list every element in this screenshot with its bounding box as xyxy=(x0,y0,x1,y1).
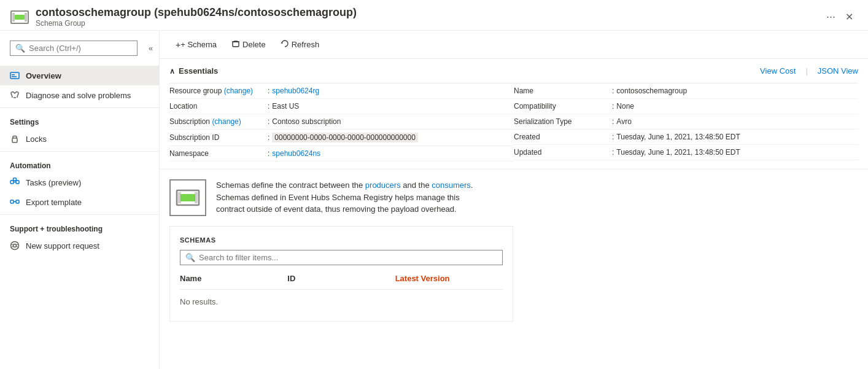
schemas-title: SCHEMAS xyxy=(180,236,503,244)
compatibility-value: None xyxy=(616,102,634,111)
collapse-sidebar-button[interactable]: « xyxy=(146,42,155,54)
essentials-row-location: Location : East US xyxy=(169,99,514,114)
svg-rect-5 xyxy=(12,74,15,76)
schema-button[interactable]: + + Schema xyxy=(169,36,223,53)
sidebar-item-tasks[interactable]: Tasks (preview) xyxy=(0,173,159,192)
delete-icon xyxy=(231,39,240,50)
schema-registry-icon xyxy=(169,179,206,216)
tasks-icon xyxy=(10,177,20,187)
svg-rect-4 xyxy=(10,72,19,79)
search-input[interactable] xyxy=(29,44,132,53)
svg-rect-30 xyxy=(195,192,198,203)
name-value: contososchemagroup xyxy=(616,87,687,95)
schemas-search-input[interactable] xyxy=(199,253,497,262)
sidebar-item-diagnose-label: Diagnose and solve problems xyxy=(26,91,131,100)
svg-rect-2 xyxy=(12,13,15,21)
created-value: Tuesday, June 1, 2021, 13:48:50 EDT xyxy=(616,133,740,141)
sidebar-item-export[interactable]: Export template xyxy=(0,192,159,212)
header-title-group: contososchemagroup (spehub0624ns/contoso… xyxy=(36,6,815,28)
page-subtitle: Schema Group xyxy=(36,19,815,28)
svg-rect-3 xyxy=(25,13,27,21)
sidebar-item-support[interactable]: New support request xyxy=(0,236,159,255)
svg-point-16 xyxy=(11,242,19,250)
essentials-title: ∧ Essentials xyxy=(169,66,218,76)
svg-line-19 xyxy=(17,244,19,245)
support-icon xyxy=(10,241,20,251)
essentials-row-name: Name : contososchemagroup xyxy=(514,84,858,99)
essentials-row-compatibility: Compatibility : None xyxy=(514,99,858,114)
svg-rect-14 xyxy=(16,200,19,203)
essentials-row-created: Created : Tuesday, June 1, 2021, 13:48:5… xyxy=(514,130,858,145)
sidebar: 🔍 « Overview Diagnose and solve problems xyxy=(0,31,160,369)
json-view-link[interactable]: JSON View xyxy=(818,66,858,76)
support-section-label: Support + troubleshooting xyxy=(0,217,159,236)
sidebar-item-overview-label: Overview xyxy=(26,71,61,80)
toolbar: + + Schema Delete Refresh xyxy=(160,31,868,59)
subscription-value: Contoso subscription xyxy=(272,117,341,126)
sidebar-item-locks[interactable]: Locks xyxy=(0,129,159,149)
lock-icon xyxy=(10,134,20,144)
page-header: contososchemagroup (spehub0624ns/contoso… xyxy=(0,0,868,31)
main-content: + + Schema Delete Refresh xyxy=(160,31,868,369)
resource-group-value[interactable]: spehub0624rg xyxy=(272,87,319,95)
table-header: Name ID Latest Version xyxy=(180,271,503,290)
sidebar-item-overview[interactable]: Overview xyxy=(0,66,159,85)
essentials-row-subscription: Subscription (change) : Contoso subscrip… xyxy=(169,114,514,130)
description-text: Schemas define the contract between the … xyxy=(216,179,473,216)
refresh-label: Refresh xyxy=(292,40,320,49)
essentials-row-serialization: Serialization Type : Avro xyxy=(514,114,858,130)
delete-label: Delete xyxy=(242,40,266,49)
search-icon: 🔍 xyxy=(15,44,25,53)
schemas-section: SCHEMAS 🔍 Name ID Latest Version No resu… xyxy=(169,226,513,322)
serialization-value: Avro xyxy=(616,117,631,126)
svg-rect-8 xyxy=(12,138,17,142)
no-results-message: No results. xyxy=(180,292,503,311)
svg-rect-29 xyxy=(178,192,181,203)
svg-rect-22 xyxy=(233,42,239,47)
essentials-row-updated: Updated : Tuesday, June 1, 2021, 13:48:5… xyxy=(514,145,858,160)
view-cost-link[interactable]: View Cost xyxy=(760,66,796,76)
delete-button[interactable]: Delete xyxy=(225,36,272,53)
essentials-row-namespace: Namespace : spehub0624ns xyxy=(169,146,514,161)
sidebar-item-tasks-label: Tasks (preview) xyxy=(26,178,81,187)
essentials-left-col: Resource group (change) : spehub0624rg L… xyxy=(169,84,514,161)
chevron-up-icon[interactable]: ∧ xyxy=(169,67,175,76)
essentials-right-col: Name : contososchemagroup Compatibility … xyxy=(514,84,858,161)
location-value: East US xyxy=(272,102,299,111)
updated-value: Tuesday, June 1, 2021, 13:48:50 EDT xyxy=(616,148,740,157)
svg-rect-6 xyxy=(12,76,17,77)
diagnose-icon xyxy=(10,90,20,100)
subscription-id-value: 00000000-0000-0000-0000-000000000000 xyxy=(272,133,418,142)
svg-rect-12 xyxy=(14,178,17,181)
col-header-id: ID xyxy=(287,271,395,285)
description-section: Schemas define the contract between the … xyxy=(160,169,868,226)
more-options-button[interactable]: ··· xyxy=(821,8,840,26)
sidebar-item-locks-label: Locks xyxy=(26,134,47,144)
essentials-section: ∧ Essentials View Cost | JSON View Resou… xyxy=(160,59,868,169)
automation-section-label: Automation xyxy=(0,154,159,173)
sidebar-item-diagnose[interactable]: Diagnose and solve problems xyxy=(0,85,159,105)
settings-section-label: Settings xyxy=(0,111,159,129)
schemas-search-icon: 🔍 xyxy=(185,253,195,262)
refresh-icon xyxy=(281,39,289,50)
overview-icon xyxy=(10,71,20,80)
svg-line-18 xyxy=(11,244,14,245)
svg-rect-9 xyxy=(10,181,14,184)
refresh-button[interactable]: Refresh xyxy=(274,36,326,53)
svg-rect-1 xyxy=(15,15,25,20)
export-icon xyxy=(10,197,20,207)
schema-group-icon xyxy=(10,7,29,27)
svg-rect-10 xyxy=(16,181,19,184)
sidebar-item-support-label: New support request xyxy=(26,241,99,251)
col-header-name: Name xyxy=(180,271,287,285)
resource-group-change-link[interactable]: (change) xyxy=(224,87,253,95)
subscription-change-link[interactable]: (change) xyxy=(212,117,241,126)
essentials-row-subscription-id: Subscription ID : 00000000-0000-0000-000… xyxy=(169,130,514,146)
svg-rect-28 xyxy=(180,194,195,201)
col-header-latest-version: Latest Version xyxy=(395,271,503,285)
close-button[interactable]: ✕ xyxy=(840,9,858,25)
sidebar-item-export-label: Export template xyxy=(26,198,82,207)
add-icon: + xyxy=(176,40,180,50)
svg-point-17 xyxy=(14,244,17,247)
namespace-value[interactable]: spehub0624ns xyxy=(272,149,320,158)
